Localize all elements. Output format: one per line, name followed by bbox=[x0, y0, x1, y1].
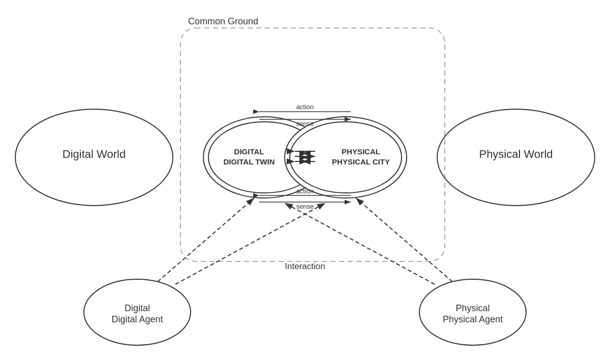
digital-agent-label2: Digital Agent bbox=[111, 314, 163, 324]
digital-world-label: Digital World bbox=[63, 148, 126, 160]
sense-label-top: sense bbox=[296, 120, 314, 127]
physical-agent-label: Physical bbox=[455, 303, 490, 313]
action-label-bottom: action bbox=[296, 187, 314, 195]
common-ground-label: Common Ground bbox=[188, 16, 258, 26]
svg-line-27 bbox=[285, 203, 435, 284]
physical-city-label: PHYSICAL bbox=[342, 147, 380, 156]
interaction-label: Interaction bbox=[285, 261, 325, 271]
physical-city-label2: PHYSICAL CITY bbox=[332, 157, 390, 166]
physical-agent-label2: Physical Agent bbox=[443, 314, 503, 324]
digital-twin-label: DIGITAL bbox=[234, 147, 264, 156]
svg-line-25 bbox=[158, 198, 254, 282]
physical-world-label: Physical World bbox=[479, 148, 553, 160]
digital-agent-label: Digital bbox=[125, 303, 150, 313]
digital-twin-label2: DIGITAL TWIN bbox=[223, 157, 274, 166]
action-label-top: action bbox=[296, 103, 314, 111]
svg-line-26 bbox=[175, 203, 325, 284]
sense-label-bottom: sense bbox=[296, 203, 314, 210]
svg-line-28 bbox=[356, 198, 452, 282]
